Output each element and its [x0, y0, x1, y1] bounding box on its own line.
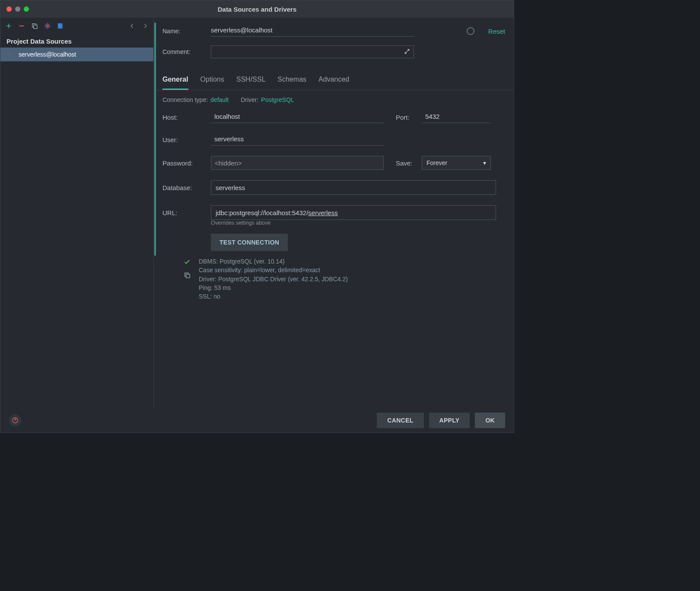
password-placeholder: <hidden> — [215, 159, 242, 167]
remove-icon[interactable] — [18, 22, 25, 30]
tab-options[interactable]: Options — [200, 71, 224, 90]
url-label: URL: — [162, 209, 211, 216]
host-input[interactable] — [211, 111, 384, 123]
dialog-body: Project Data Sources serverless@localhos… — [0, 18, 514, 408]
connection-subinfo: Connection type: default Driver: Postgre… — [154, 90, 514, 107]
url-db: serverless — [308, 209, 337, 216]
user-label: User: — [162, 136, 211, 143]
window-title: Data Sources and Drivers — [0, 6, 514, 13]
test-connection-button[interactable]: TEST CONNECTION — [211, 234, 288, 251]
back-arrow-icon[interactable] — [128, 22, 136, 30]
dialog-footer: CANCEL APPLY OK — [0, 408, 514, 432]
database-input[interactable] — [211, 180, 496, 195]
svg-rect-6 — [186, 274, 190, 278]
make-global-icon[interactable] — [57, 22, 64, 30]
connection-type-label: Connection type: — [162, 96, 208, 103]
dialog-window: Data Sources and Drivers — [0, 0, 514, 433]
url-prefix: jdbc:postgresql://localhost:5432/ — [216, 209, 308, 216]
user-input[interactable] — [211, 133, 384, 146]
database-label: Database: — [162, 184, 211, 191]
password-label: Password: — [162, 159, 211, 167]
password-input[interactable]: <hidden> — [211, 156, 384, 170]
port-input[interactable] — [422, 111, 491, 123]
reset-link[interactable]: Reset — [488, 28, 505, 35]
sidebar-item-datasource[interactable]: serverless@localhost — [0, 48, 153, 61]
sidebar: Project Data Sources serverless@localhos… — [0, 18, 154, 408]
status-line-ping: Ping: 53 ms — [199, 283, 348, 292]
comment-label: Comment: — [162, 48, 206, 55]
main-panel: Name: Reset Comment: General Options — [154, 18, 514, 408]
status-line-dbms: DBMS: PostgreSQL (ver. 10.14) — [199, 257, 348, 266]
connection-status: DBMS: PostgreSQL (ver. 10.14) Case sensi… — [183, 257, 505, 301]
name-label: Name: — [162, 28, 206, 35]
driver-link[interactable]: PostgreSQL — [261, 96, 294, 103]
url-input[interactable]: jdbc:postgresql://localhost:5432/serverl… — [211, 205, 496, 220]
titlebar: Data Sources and Drivers — [0, 0, 514, 18]
apply-button[interactable]: APPLY — [429, 413, 470, 428]
cancel-button[interactable]: CANCEL — [377, 413, 423, 428]
add-icon[interactable] — [5, 22, 13, 30]
status-line-driver: Driver: PostgreSQL JDBC Driver (ver. 42.… — [199, 275, 348, 283]
save-dropdown-value: Forever — [426, 159, 447, 166]
driver-label: Driver: — [241, 96, 258, 103]
sidebar-toolbar — [0, 18, 153, 34]
status-line-case: Case sensitivity: plain=lower, delimited… — [199, 266, 348, 274]
tab-schemas[interactable]: Schemas — [277, 71, 306, 90]
tree-section-header: Project Data Sources — [0, 34, 153, 48]
svg-point-2 — [47, 25, 49, 27]
host-label: Host: — [162, 114, 211, 121]
postgres-icon — [6, 51, 14, 58]
check-icon — [183, 258, 191, 267]
copy-icon[interactable] — [183, 271, 191, 280]
color-picker-icon[interactable] — [467, 27, 474, 35]
connection-type-link[interactable]: default — [210, 96, 229, 103]
expand-icon[interactable] — [404, 48, 410, 56]
tab-sshssl[interactable]: SSH/SSL — [236, 71, 266, 90]
svg-rect-1 — [34, 25, 37, 29]
sidebar-item-label: serverless@localhost — [19, 51, 76, 58]
help-button[interactable] — [9, 414, 21, 426]
save-dropdown[interactable]: Forever ▾ — [422, 156, 491, 170]
status-line-ssl: SSL: no — [199, 292, 348, 301]
tab-advanced[interactable]: Advanced — [318, 71, 349, 90]
chevron-down-icon: ▾ — [483, 159, 486, 166]
port-label: Port: — [396, 114, 422, 121]
forward-arrow-icon[interactable] — [141, 22, 149, 30]
tab-general[interactable]: General — [162, 71, 188, 90]
url-helper: Overrides settings above — [211, 220, 505, 226]
name-input[interactable] — [211, 25, 414, 37]
tabs: General Options SSH/SSL Schemas Advanced — [154, 71, 514, 90]
sidebar-scrollbar[interactable] — [154, 22, 156, 256]
duplicate-icon[interactable] — [31, 22, 38, 30]
ok-button[interactable]: OK — [475, 413, 505, 428]
save-label: Save: — [396, 159, 422, 167]
svg-point-4 — [8, 51, 13, 57]
comment-input[interactable] — [211, 45, 414, 58]
gear-icon[interactable] — [44, 22, 51, 30]
